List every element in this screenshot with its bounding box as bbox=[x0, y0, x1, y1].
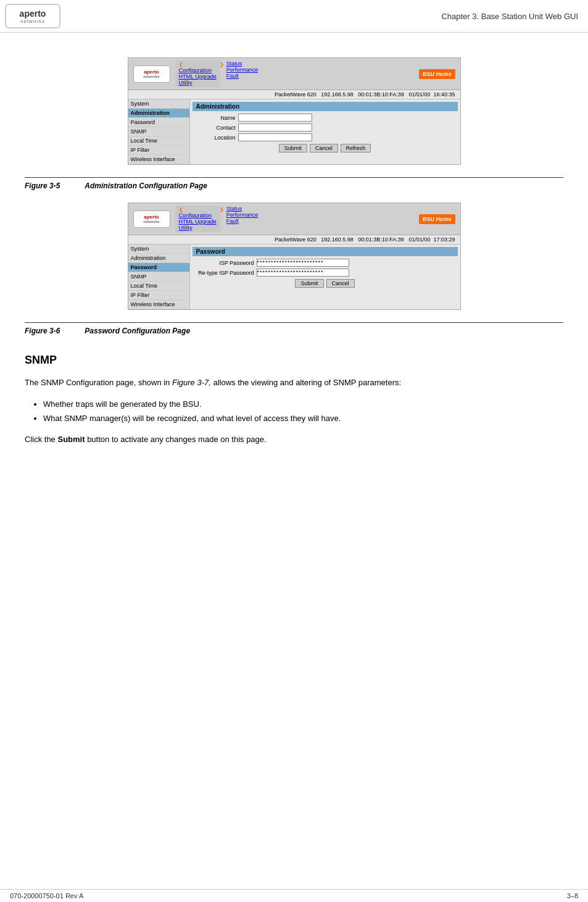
bsu2-sidebar-snmp[interactable]: SNMP bbox=[128, 272, 189, 282]
bsu2-device: PacketWave 620 bbox=[275, 236, 317, 243]
bsu2-perf-link[interactable]: Performance bbox=[226, 212, 259, 218]
bsu1-location-label: Location bbox=[193, 135, 236, 141]
snmp-bullet-list: Whether traps will be generated by the B… bbox=[43, 397, 563, 426]
bsu2-isp-pw-input[interactable]: ************************ bbox=[257, 259, 349, 267]
logo-area: aperto networks bbox=[5, 4, 60, 28]
bsu1-info-bar: PacketWave 620 192.168.5.98 00:01:3B:10:… bbox=[128, 90, 460, 99]
bsu2-fault-link[interactable]: Fault bbox=[226, 218, 259, 224]
bsu2-logo: aperto networks bbox=[133, 211, 170, 228]
bsu1-buttons: Submit Cancel Refresh bbox=[193, 144, 458, 152]
bsu2-sidebar-system[interactable]: System bbox=[128, 244, 189, 254]
bsu1-section-title: Administration bbox=[193, 102, 458, 111]
bsu1-sidebar-wireless[interactable]: Wireless Interface bbox=[128, 155, 189, 164]
bsu1-name-input[interactable] bbox=[238, 114, 312, 122]
snmp-heading: SNMP bbox=[25, 354, 563, 367]
bsu2-retype-pw-row: Re-type ISP Password *******************… bbox=[193, 269, 458, 277]
bsu2-utility-link[interactable]: Utility bbox=[179, 225, 217, 231]
snmp-paragraph2: Click the Submit button to activate any … bbox=[25, 433, 563, 446]
bsu2-body: System Administration Password SNMP Loca… bbox=[128, 244, 460, 309]
snmp-submit-bold: Submit bbox=[57, 435, 85, 444]
bsu1-sidebar-localtime[interactable]: Local Time bbox=[128, 136, 189, 146]
figure6-screenshot: aperto networks ❮ Configuration HTML Upg… bbox=[128, 203, 461, 310]
page-number: 3–8 bbox=[567, 892, 578, 900]
figure5-number: Figure 3-5 bbox=[25, 182, 60, 190]
bsu2-info-bar: PacketWave 620 192.160.5.98 00:01:3B:10:… bbox=[128, 235, 460, 244]
bsu2-home-button[interactable]: BSU Home bbox=[419, 214, 455, 224]
bsu1-logo: aperto networks bbox=[133, 65, 170, 83]
bsu1-config-link[interactable]: Configuration bbox=[179, 67, 217, 73]
snmp-bullet-1: Whether traps will be generated by the B… bbox=[43, 397, 563, 411]
bsu2-mac: 00:01:3B:10:FA:39 bbox=[358, 236, 404, 243]
figure5-screenshot: aperto networks ❮ Configuration HTML Upg… bbox=[128, 57, 461, 165]
logo-subtext: networks bbox=[20, 19, 45, 24]
bsu2-buttons: Submit Cancel bbox=[193, 279, 458, 288]
bsu2-sidebar-wireless[interactable]: Wireless Interface bbox=[128, 300, 189, 309]
bsu2-cancel-button[interactable]: Cancel bbox=[326, 279, 355, 288]
bsu2-submit-button[interactable]: Submit bbox=[295, 279, 323, 288]
bsu2-sidebar-ipfilter[interactable]: IP Filter bbox=[128, 291, 189, 300]
bsu1-sidebar-admin[interactable]: Administration bbox=[128, 109, 189, 118]
chapter-title: Chapter 3. Base Station Unit Web GUI bbox=[441, 12, 578, 21]
bsu1-sidebar-password[interactable]: Password bbox=[128, 118, 189, 127]
bsu1-cancel-button[interactable]: Cancel bbox=[310, 144, 338, 152]
bsu1-upgrade-link[interactable]: HTML Upgrade bbox=[179, 73, 217, 80]
bsu2-retype-pw-label: Re-type ISP Password bbox=[193, 270, 254, 276]
bsu2-sidebar-admin[interactable]: Administration bbox=[128, 254, 189, 263]
bsu2-isp-pw-row: ISP Password ************************ bbox=[193, 259, 458, 267]
bsu2-isp-pw-label: ISP Password bbox=[193, 260, 254, 266]
bsu1-fault-link[interactable]: Fault bbox=[226, 73, 259, 79]
bsu1-sidebar-snmp[interactable]: SNMP bbox=[128, 127, 189, 136]
bsu1-nav: ❮ Configuration HTML Upgrade Utility ❯ S… bbox=[175, 61, 259, 87]
bsu2-retype-pw-input[interactable]: ************************ bbox=[257, 269, 349, 277]
bsu1-home-button[interactable]: BSU Home bbox=[419, 69, 455, 79]
figure5-title: Administration Configuration Page bbox=[85, 182, 207, 190]
bsu1-name-row: Name bbox=[193, 114, 458, 122]
bsu2-sidebar: System Administration Password SNMP Loca… bbox=[128, 244, 190, 309]
bsu1-contact-label: Contact bbox=[193, 125, 236, 131]
bsu1-contact-input[interactable] bbox=[238, 123, 312, 132]
bsu1-device: PacketWave 620 bbox=[275, 91, 317, 98]
bsu1-datetime: 01/01/00 16:40:35 bbox=[408, 91, 455, 98]
bsu2-sidebar-localtime[interactable]: Local Time bbox=[128, 282, 189, 291]
page-header: aperto networks Chapter 3. Base Station … bbox=[0, 0, 588, 33]
bsu1-header: aperto networks ❮ Configuration HTML Upg… bbox=[128, 58, 460, 90]
bsu2-datetime: 01/01/00 17:03:29 bbox=[408, 236, 455, 243]
bsu1-sidebar-system[interactable]: System bbox=[128, 99, 189, 109]
figure5-caption: Figure 3-5 Administration Configuration … bbox=[25, 177, 563, 190]
aperto-logo: aperto networks bbox=[5, 4, 60, 28]
bsu1-submit-button[interactable]: Submit bbox=[279, 144, 307, 152]
snmp-paragraph1: The SNMP Configuration page, shown in Fi… bbox=[25, 377, 563, 390]
doc-number: 070-20000750-01 Rev A bbox=[10, 892, 83, 900]
bsu1-location-input[interactable] bbox=[238, 133, 312, 141]
bsu2-nav: ❮ Configuration HTML Upgrade Utility ❯ S… bbox=[175, 206, 259, 232]
snmp-figure-ref: Figure 3-7, bbox=[172, 378, 211, 387]
bsu2-upgrade-link[interactable]: HTML Upgrade bbox=[179, 219, 217, 225]
bsu1-location-row: Location bbox=[193, 133, 458, 141]
bsu1-mac: 00:01:3B:10:FA:39 bbox=[358, 91, 404, 98]
bsu1-refresh-button[interactable]: Refresh bbox=[341, 144, 371, 152]
bsu1-status-link[interactable]: Status bbox=[226, 61, 259, 67]
bsu2-status-link[interactable]: Status bbox=[226, 206, 259, 212]
bsu2-section-title: Password bbox=[193, 247, 458, 256]
snmp-bullet-2: What SNMP manager(s) will be recognized,… bbox=[43, 411, 563, 425]
bsu1-ip: 192.168.5.98 bbox=[321, 91, 354, 98]
figure6-caption: Figure 3-6 Password Configuration Page bbox=[25, 322, 563, 335]
bsu2-sidebar-password[interactable]: Password bbox=[128, 263, 189, 272]
bsu2-config-link[interactable]: Configuration bbox=[179, 212, 217, 219]
bsu2-nav-config: ❮ Configuration HTML Upgrade Utility ❯ bbox=[175, 206, 220, 232]
bsu1-utility-link[interactable]: Utility bbox=[179, 80, 217, 86]
bsu1-sidebar: System Administration Password SNMP Loca… bbox=[128, 99, 190, 164]
main-content: aperto networks ❮ Configuration HTML Upg… bbox=[0, 33, 588, 466]
bsu1-sidebar-ipfilter[interactable]: IP Filter bbox=[128, 146, 189, 155]
bsu1-perf-link[interactable]: Performance bbox=[226, 67, 259, 73]
bsu1-main: Administration Name Contact Location Sub… bbox=[190, 99, 460, 164]
bsu2-main: Password ISP Password ******************… bbox=[190, 244, 460, 309]
bsu2-header: aperto networks ❮ Configuration HTML Upg… bbox=[128, 203, 460, 235]
bsu1-name-label: Name bbox=[193, 115, 236, 121]
bsu1-contact-row: Contact bbox=[193, 123, 458, 132]
logo-text: aperto bbox=[20, 9, 46, 19]
bsu1-nav-config: ❮ Configuration HTML Upgrade Utility ❯ bbox=[175, 61, 220, 87]
bsu2-ip: 192.160.5.98 bbox=[321, 236, 354, 243]
page-footer: 070-20000750-01 Rev A 3–8 bbox=[0, 889, 588, 902]
figure6-number: Figure 3-6 bbox=[25, 327, 60, 335]
